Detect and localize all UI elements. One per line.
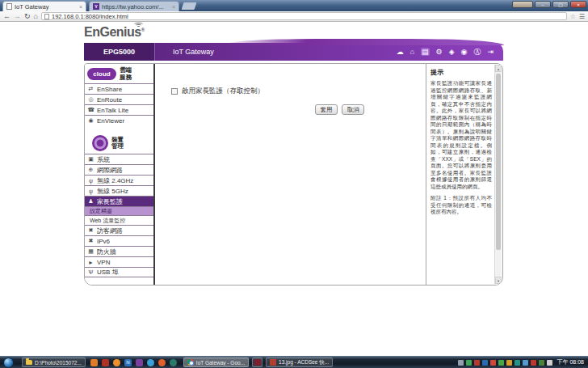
- device-section-header: 裝置管理: [85, 132, 153, 154]
- sidebar-item-label: 系統: [97, 155, 110, 164]
- home-icon[interactable]: ⌂: [34, 12, 38, 20]
- launcher-5-icon[interactable]: [136, 359, 143, 366]
- sidebar-item-label: 訪客網路: [97, 226, 123, 235]
- sidebar-item-wireless-24ghz[interactable]: ψ 無線 2.4GHz: [85, 175, 153, 185]
- enshare-icon: ⇄: [85, 86, 97, 92]
- maximize-button[interactable]: ▢: [552, 1, 569, 8]
- browser-menu-icon[interactable]: ☰: [579, 13, 585, 20]
- cancel-button[interactable]: 取消: [342, 104, 364, 115]
- refresh-icon[interactable]: ↻: [24, 12, 31, 20]
- tray-icon[interactable]: [539, 360, 544, 366]
- launcher-3-icon[interactable]: [113, 359, 120, 366]
- home-icon[interactable]: ⌂: [410, 48, 414, 56]
- close-button[interactable]: ×: [570, 1, 586, 8]
- sidebar-item-label: 家長監護: [97, 197, 123, 206]
- launcher-8-icon[interactable]: [170, 359, 177, 366]
- sidebar-item-firewall[interactable]: ▦ 防火牆: [85, 246, 153, 256]
- start-button[interactable]: [3, 357, 14, 368]
- launcher-4-icon[interactable]: N: [124, 359, 132, 366]
- tray-icon[interactable]: [490, 360, 496, 366]
- antenna-icon: ψ: [85, 178, 97, 184]
- sidebar-item-internet[interactable]: ⊕ 網際網路: [85, 164, 153, 175]
- sidebar-item-guest-network[interactable]: ✖ 訪客網路: [85, 225, 153, 235]
- sidebar-item-system[interactable]: ▣ 系統: [85, 154, 153, 164]
- taskbar-clock[interactable]: 下午 08:08: [557, 358, 584, 366]
- enable-parental-checkbox[interactable]: [171, 88, 178, 95]
- cloud-logo: cloud: [87, 68, 116, 80]
- tab-yahoo[interactable]: Y https://tw.yahoo.com/... ×: [89, 1, 179, 11]
- tray-icon[interactable]: [531, 360, 536, 366]
- minimize-button[interactable]: –: [535, 1, 551, 8]
- browser-titlebar: IoT Gateway × Y https://tw.yahoo.com/...…: [0, 0, 588, 11]
- sidebar-item-vpn[interactable]: ► VPN: [85, 256, 153, 267]
- scrollbar-thumb[interactable]: [496, 74, 501, 250]
- tray-icon[interactable]: [482, 360, 488, 366]
- speaker-icon[interactable]: [547, 360, 552, 366]
- page-favicon: [6, 3, 12, 10]
- enroute-icon: ◎: [85, 96, 97, 103]
- tray-icon[interactable]: [466, 360, 472, 366]
- tab-close-icon[interactable]: ×: [172, 4, 175, 10]
- tab-close-icon[interactable]: ×: [79, 4, 82, 10]
- address-bar[interactable]: 192.168.0.1:8080/index.html: [41, 12, 567, 20]
- storage-icon[interactable]: ▤: [421, 48, 430, 56]
- sidebar-item-web-traffic-monitor[interactable]: Web 流量監控: [85, 215, 153, 225]
- tray-icon[interactable]: [523, 360, 528, 366]
- sidebar-item-setup-wizard[interactable]: 設定精靈: [85, 206, 153, 215]
- camera-icon[interactable]: ◉: [461, 48, 468, 56]
- browser-toolbar: ← → ↻ ⌂ 192.168.0.1:8080/index.html ☆ ☰: [0, 11, 588, 22]
- bookmark-star-icon[interactable]: ☆: [570, 13, 576, 20]
- launcher-2-icon[interactable]: [102, 359, 109, 366]
- new-tab-button[interactable]: [182, 2, 197, 10]
- tray-icon[interactable]: [458, 360, 464, 366]
- sidebar-item-entalk-lite[interactable]: ☎ EnTalk Lite: [85, 104, 153, 115]
- tray-icon[interactable]: [498, 360, 504, 366]
- sidebar-item-parental-control[interactable]: ♟ 家長監護: [85, 196, 153, 206]
- settings-icon[interactable]: ⚙: [436, 48, 443, 56]
- sidebar-item-label: EnTalk Lite: [97, 107, 128, 114]
- monitor-icon: ▣: [85, 156, 97, 163]
- content-frame: cloud 雲端服務 ⇄ EnShare ◎ EnRoute ☎ EnTalk …: [84, 63, 503, 286]
- quick-launch: N: [90, 359, 177, 366]
- forward-icon[interactable]: →: [14, 12, 21, 20]
- logout-icon[interactable]: ⇥: [487, 48, 494, 56]
- sidebar-item-enviewer[interactable]: ◉ EnViewer: [85, 115, 153, 125]
- sidebar-item-label: Web 流量監控: [90, 217, 125, 225]
- cloud-status-icon[interactable]: ☁: [397, 48, 404, 56]
- device-section-title: 裝置管理: [111, 137, 124, 150]
- wifi-arcs-icon: [135, 23, 143, 27]
- sidebar-item-enshare[interactable]: ⇄ EnShare: [85, 83, 153, 94]
- scroll-up-icon[interactable]: ▲: [495, 65, 502, 72]
- url-text[interactable]: 192.168.0.1:8080/index.html: [52, 13, 128, 20]
- tray-icon[interactable]: [506, 360, 512, 366]
- tray-icon[interactable]: [474, 360, 480, 366]
- network-icon[interactable]: ◈: [449, 48, 455, 56]
- help-note: 附註 1：預設所有人均不受任何限制的通道，可檢視所有內容。: [430, 195, 492, 216]
- sidebar-item-wireless-5ghz[interactable]: ψ 無線 5GHz: [85, 185, 153, 196]
- firewall-icon: ▦: [85, 248, 97, 255]
- taskbar-pinned-app[interactable]: [252, 357, 262, 367]
- sidebar-item-label: 無線 5GHz: [97, 187, 128, 196]
- taskbar-window-explorer[interactable]: D:\Photo\2015072...: [22, 357, 86, 367]
- acdsee-icon: [270, 359, 276, 366]
- apply-button[interactable]: 套用: [315, 104, 338, 115]
- system-tray: [458, 360, 552, 366]
- launcher-6-icon[interactable]: [147, 359, 154, 366]
- taskbar-window-acdsee[interactable]: 13.jpg - ACDSee 快...: [266, 357, 333, 367]
- sidebar-item-ipv6[interactable]: ✖ IPv6: [85, 235, 153, 246]
- frame-extra-button[interactable]: [512, 1, 533, 8]
- scroll-down-icon[interactable]: ▼: [495, 277, 502, 284]
- back-icon[interactable]: ←: [3, 12, 10, 20]
- taskbar-window-chrome[interactable]: IoT Gateway - Goo...: [183, 357, 249, 367]
- tab-iot-gateway[interactable]: IoT Gateway ×: [2, 1, 86, 11]
- tray-icon[interactable]: [514, 360, 520, 366]
- people-icon: ♟: [85, 198, 97, 205]
- about-icon[interactable]: Ⓐ: [473, 48, 481, 56]
- help-scrollbar[interactable]: ▲ ▼: [494, 65, 502, 284]
- sidebar-item-label: USB 埠: [97, 268, 119, 277]
- launcher-7-icon[interactable]: [158, 359, 166, 366]
- sidebar-item-usb-port[interactable]: Ψ USB 埠: [85, 267, 153, 277]
- sidebar-item-enroute[interactable]: ◎ EnRoute: [85, 94, 153, 104]
- launcher-1-icon[interactable]: [90, 359, 98, 366]
- product-label: IoT Gateway: [173, 48, 214, 56]
